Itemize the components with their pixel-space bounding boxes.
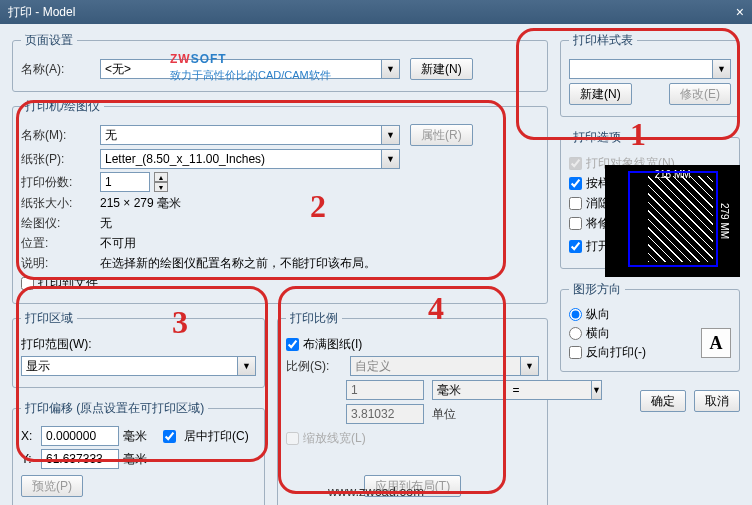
pos-label: 位置:: [21, 235, 96, 252]
page-name-label: 名称(A):: [21, 61, 96, 78]
range-label: 打印范围(W):: [21, 336, 92, 353]
page-name-combo[interactable]: [100, 59, 382, 79]
fit-label: 布满图纸(I): [303, 336, 362, 353]
to-file-checkbox[interactable]: [21, 277, 34, 290]
y-unit: 毫米: [123, 451, 147, 468]
ratio-label: 比例(S):: [286, 358, 346, 375]
opt1-checkbox: [569, 157, 582, 170]
scale-legend: 打印比例: [286, 310, 342, 327]
desc-value: 在选择新的绘图仪配置名称之前，不能打印该布局。: [100, 255, 539, 272]
chevron-down-icon[interactable]: ▼: [238, 356, 256, 376]
landscape-radio[interactable]: [569, 327, 582, 340]
preview-height-label: 279 MM: [719, 203, 730, 239]
cancel-button[interactable]: 取消: [694, 390, 740, 412]
titlebar: 打印 - Model ×: [0, 0, 752, 24]
page-new-button[interactable]: 新建(N): [410, 58, 473, 80]
ok-button[interactable]: 确定: [640, 390, 686, 412]
paper-label: 纸张(P):: [21, 151, 96, 168]
size-label: 纸张大小:: [21, 195, 96, 212]
window-title: 打印 - Model: [8, 0, 75, 24]
fit-checkbox[interactable]: [286, 338, 299, 351]
print-area-legend: 打印区域: [21, 310, 77, 327]
orientation-legend: 图形方向: [569, 281, 625, 298]
scale-n2-input: [346, 404, 424, 424]
close-icon[interactable]: ×: [736, 0, 744, 24]
y-input[interactable]: [41, 449, 119, 469]
chevron-down-icon[interactable]: ▼: [382, 125, 400, 145]
offset-group: 打印偏移 (原点设置在可打印区域) X: 毫米 居中打印(C) Y: 毫米: [12, 400, 265, 505]
offset-legend: 打印偏移 (原点设置在可打印区域): [21, 400, 208, 417]
printer-name-combo[interactable]: [100, 125, 382, 145]
x-unit: 毫米: [123, 428, 147, 445]
scale-lw-checkbox: [286, 432, 299, 445]
to-file-label: 打印到文件: [38, 275, 98, 292]
copies-down-button[interactable]: ▼: [154, 182, 168, 192]
opt4-checkbox[interactable]: [569, 217, 582, 230]
plotter-value: 无: [100, 215, 112, 232]
chevron-down-icon[interactable]: ▼: [713, 59, 731, 79]
plotter-label: 绘图仪:: [21, 215, 96, 232]
scale-group: 打印比例 布满图纸(I) 比例(S): ▼ ▼ = 单位: [277, 310, 548, 505]
copies-input[interactable]: [100, 172, 150, 192]
page-setup-legend: 页面设置: [21, 32, 77, 49]
paper-preview: 216 MM 279 MM: [605, 165, 740, 277]
print-area-group: 打印区域 打印范围(W): ▼: [12, 310, 265, 388]
scale-lw-label: 缩放线宽(L): [303, 430, 366, 447]
pos-value: 不可用: [100, 235, 136, 252]
style-new-button[interactable]: 新建(N): [569, 83, 632, 105]
orientation-icon: A: [701, 328, 731, 358]
style-table-legend: 打印样式表: [569, 32, 637, 49]
x-input[interactable]: [41, 426, 119, 446]
printer-group: 打印机/绘图仪 名称(M): ▼ 属性(R) 纸张(P): ▼ 打印份数:: [12, 98, 548, 304]
style-table-combo[interactable]: 无: [569, 59, 713, 79]
print-options-legend: 打印选项: [569, 129, 625, 146]
preview-button: 预览(P): [21, 475, 83, 497]
size-value: 215 × 279 毫米: [100, 195, 181, 212]
chevron-down-icon[interactable]: ▼: [382, 59, 400, 79]
desc-label: 说明:: [21, 255, 96, 272]
center-label: 居中打印(C): [184, 428, 249, 445]
chevron-down-icon[interactable]: ▼: [382, 149, 400, 169]
ratio-combo[interactable]: [350, 356, 521, 376]
center-checkbox[interactable]: [163, 430, 176, 443]
reverse-checkbox[interactable]: [569, 346, 582, 359]
printer-props-button: 属性(R): [410, 124, 473, 146]
portrait-radio[interactable]: [569, 308, 582, 321]
style-table-group: 打印样式表 无 ▼ 新建(N) 修改(E): [560, 32, 740, 117]
x-label: X:: [21, 429, 37, 443]
opt3-checkbox[interactable]: [569, 197, 582, 210]
y-label: Y:: [21, 452, 37, 466]
printer-name-label: 名称(M):: [21, 127, 96, 144]
opt2-checkbox[interactable]: [569, 177, 582, 190]
url-label: www.zwcad.com: [328, 484, 424, 499]
orientation-group: 图形方向 纵向 横向 反向打印(-) A: [560, 281, 740, 372]
scale-n1-input: [346, 380, 424, 400]
equals-label: =: [508, 383, 524, 397]
page-setup-group: 页面设置 名称(A): ▼ 新建(N): [12, 32, 548, 92]
scale-u2-label: 单位: [432, 406, 502, 423]
copies-up-button[interactable]: ▲: [154, 172, 168, 182]
chevron-down-icon[interactable]: ▼: [521, 356, 539, 376]
range-combo[interactable]: [21, 356, 238, 376]
printer-legend: 打印机/绘图仪: [21, 98, 104, 115]
copies-label: 打印份数:: [21, 174, 96, 191]
opt5-checkbox[interactable]: [569, 240, 582, 253]
chevron-down-icon[interactable]: ▼: [592, 380, 602, 400]
portrait-label: 纵向: [586, 306, 610, 323]
landscape-label: 横向: [586, 325, 610, 342]
style-edit-button: 修改(E): [669, 83, 731, 105]
reverse-label: 反向打印(-): [586, 344, 646, 361]
paper-combo[interactable]: [100, 149, 382, 169]
